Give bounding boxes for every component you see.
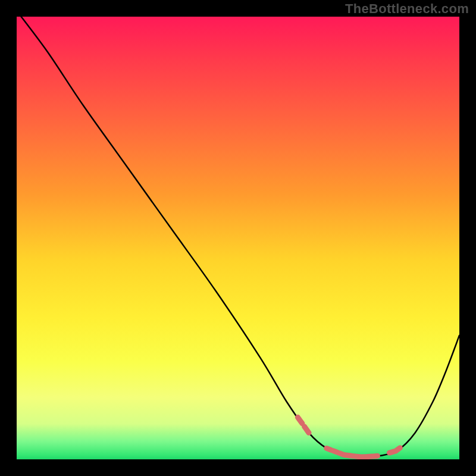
- curve-overlay: [17, 17, 459, 459]
- highlight-dash: [396, 448, 400, 451]
- highlight-dash: [333, 451, 337, 453]
- bottleneck-curve: [17, 17, 459, 457]
- highlight-dash: [298, 417, 302, 423]
- plot-area: [17, 17, 459, 459]
- watermark-text: TheBottleneck.com: [345, 1, 469, 17]
- highlight-dash: [305, 427, 309, 433]
- highlight-dash: [327, 448, 331, 450]
- highlight-dash: [373, 456, 378, 456]
- chart-frame: TheBottleneck.com: [0, 0, 476, 476]
